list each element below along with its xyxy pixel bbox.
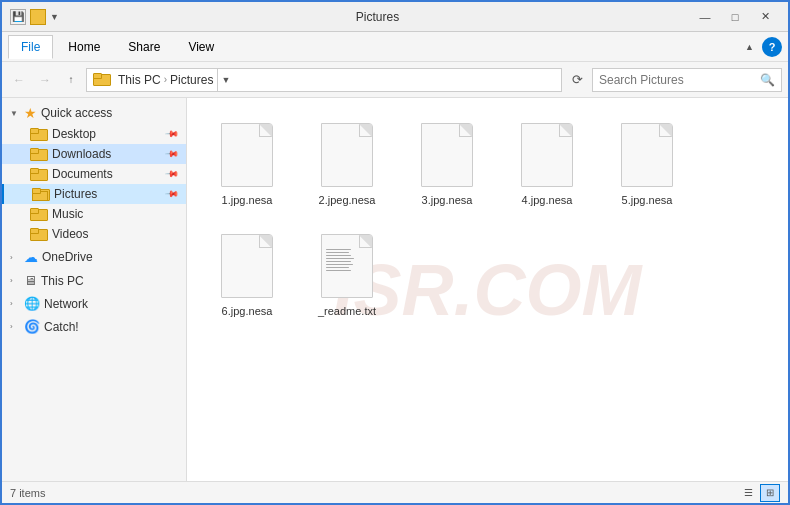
quick-access-toolbar-folder[interactable] bbox=[30, 9, 46, 25]
item-count: 7 items bbox=[10, 487, 45, 499]
view-list-button[interactable]: ☰ bbox=[738, 484, 758, 502]
sidebar-item-downloads[interactable]: Downloads 📌 bbox=[2, 144, 186, 164]
file-icon-paper bbox=[521, 123, 573, 187]
tab-view[interactable]: View bbox=[175, 35, 227, 59]
downloads-folder-icon bbox=[30, 147, 46, 161]
file-icon-wrapper bbox=[217, 120, 277, 190]
ribbon-collapse[interactable]: ▲ bbox=[745, 42, 754, 52]
help-button[interactable]: ? bbox=[762, 37, 782, 57]
sidebar-item-videos[interactable]: Videos bbox=[2, 224, 186, 244]
music-label: Music bbox=[52, 207, 83, 221]
sidebar-item-desktop[interactable]: Desktop 📌 bbox=[2, 124, 186, 144]
search-icon[interactable]: 🔍 bbox=[760, 73, 775, 87]
view-tile-button[interactable]: ⊞ bbox=[760, 484, 780, 502]
desktop-pin-icon: 📌 bbox=[165, 127, 180, 142]
address-dropdown-arrow[interactable]: ▼ bbox=[217, 68, 233, 92]
quick-access-header[interactable]: ▼ ★ Quick access bbox=[2, 102, 186, 124]
titlebar: 💾 ▼ Pictures — □ ✕ bbox=[2, 2, 788, 32]
up-button[interactable]: ↑ bbox=[60, 69, 82, 91]
search-bar[interactable]: 🔍 bbox=[592, 68, 782, 92]
file-icon-paper bbox=[421, 123, 473, 187]
sidebar-item-music[interactable]: Music bbox=[2, 204, 186, 224]
file-item[interactable]: 2.jpeg.nesa bbox=[302, 113, 392, 214]
back-button[interactable]: ← bbox=[8, 69, 30, 91]
downloads-label: Downloads bbox=[52, 147, 111, 161]
onedrive-arrow: › bbox=[10, 253, 20, 262]
tab-file[interactable]: File bbox=[8, 35, 53, 59]
file-content: ISR.COM 1.jpg.nesa2.jpeg.nesa3.jpg.nesa4… bbox=[187, 98, 788, 481]
statusbar: 7 items ☰ ⊞ bbox=[2, 481, 788, 503]
documents-folder-icon bbox=[30, 167, 46, 181]
close-button[interactable]: ✕ bbox=[750, 7, 780, 27]
file-line bbox=[326, 267, 349, 268]
file-icon-wrapper bbox=[317, 120, 377, 190]
file-item[interactable]: 5.jpg.nesa bbox=[602, 113, 692, 214]
file-name-label: 6.jpg.nesa bbox=[222, 304, 273, 318]
thispc-arrow: › bbox=[10, 276, 20, 285]
file-name-label: 5.jpg.nesa bbox=[622, 193, 673, 207]
quick-access-toolbar-save[interactable]: 💾 bbox=[10, 9, 26, 25]
file-grid: 1.jpg.nesa2.jpeg.nesa3.jpg.nesa4.jpg.nes… bbox=[197, 108, 778, 331]
search-input[interactable] bbox=[599, 73, 756, 87]
file-icon-wrapper bbox=[217, 231, 277, 301]
sidebar-item-pictures[interactable]: Pictures 📌 bbox=[2, 184, 186, 204]
pictures-label: Pictures bbox=[54, 187, 97, 201]
desktop-folder-icon bbox=[30, 127, 46, 141]
thispc-label: This PC bbox=[41, 274, 84, 288]
quick-access-arrow: ▼ bbox=[10, 109, 20, 118]
file-line bbox=[326, 255, 351, 256]
music-folder-icon bbox=[30, 207, 46, 221]
forward-button[interactable]: → bbox=[34, 69, 56, 91]
address-folder-icon bbox=[93, 73, 109, 87]
thispc-section: › 🖥 This PC bbox=[2, 270, 186, 291]
pictures-folder-icon bbox=[32, 187, 48, 201]
onedrive-icon: ☁ bbox=[24, 249, 38, 265]
file-item[interactable]: 1.jpg.nesa bbox=[202, 113, 292, 214]
network-arrow: › bbox=[10, 299, 20, 308]
star-icon: ★ bbox=[24, 105, 37, 121]
tab-home[interactable]: Home bbox=[55, 35, 113, 59]
catch-arrow: › bbox=[10, 322, 20, 331]
thispc-icon: 🖥 bbox=[24, 273, 37, 288]
network-header[interactable]: › 🌐 Network bbox=[2, 293, 186, 314]
statusbar-right: ☰ ⊞ bbox=[738, 484, 780, 502]
toolbar: ← → ↑ This PC › Pictures ▼ ⟳ 🔍 bbox=[2, 62, 788, 98]
onedrive-header[interactable]: › ☁ OneDrive bbox=[2, 246, 186, 268]
file-line bbox=[326, 261, 351, 262]
file-name-label: 1.jpg.nesa bbox=[222, 193, 273, 207]
address-thispc[interactable]: This PC bbox=[118, 73, 161, 87]
file-item[interactable]: 3.jpg.nesa bbox=[402, 113, 492, 214]
catch-header[interactable]: › 🌀 Catch! bbox=[2, 316, 186, 337]
file-icon-paper bbox=[321, 123, 373, 187]
maximize-button[interactable]: □ bbox=[720, 7, 750, 27]
file-item[interactable]: 4.jpg.nesa bbox=[502, 113, 592, 214]
catch-label: Catch! bbox=[44, 320, 79, 334]
tab-share[interactable]: Share bbox=[115, 35, 173, 59]
thispc-header[interactable]: › 🖥 This PC bbox=[2, 270, 186, 291]
file-item[interactable]: 6.jpg.nesa bbox=[202, 224, 292, 325]
file-icon-wrapper bbox=[617, 120, 677, 190]
file-icon-paper bbox=[221, 234, 273, 298]
address-pictures[interactable]: Pictures bbox=[170, 73, 213, 87]
address-bar[interactable]: This PC › Pictures ▼ bbox=[86, 68, 562, 92]
refresh-button[interactable]: ⟳ bbox=[566, 69, 588, 91]
file-item[interactable]: _readme.txt bbox=[302, 224, 392, 325]
quick-access-section: ▼ ★ Quick access Desktop 📌 bbox=[2, 102, 186, 244]
minimize-button[interactable]: — bbox=[690, 7, 720, 27]
documents-label: Documents bbox=[52, 167, 113, 181]
sidebar-item-documents[interactable]: Documents 📌 bbox=[2, 164, 186, 184]
file-line bbox=[326, 270, 351, 271]
titlebar-icons: 💾 ▼ bbox=[10, 9, 59, 25]
file-icon-wrapper bbox=[517, 120, 577, 190]
file-line bbox=[326, 264, 353, 265]
file-icon-paper bbox=[221, 123, 273, 187]
titlebar-dropdown[interactable]: ▼ bbox=[50, 12, 59, 22]
downloads-pin-icon: 📌 bbox=[165, 147, 180, 162]
file-icon-paper bbox=[621, 123, 673, 187]
file-line bbox=[326, 258, 354, 259]
network-section: › 🌐 Network bbox=[2, 293, 186, 314]
catch-icon: 🌀 bbox=[24, 319, 40, 334]
catch-section: › 🌀 Catch! bbox=[2, 316, 186, 337]
window-title: Pictures bbox=[65, 10, 690, 24]
videos-folder-icon bbox=[30, 227, 46, 241]
